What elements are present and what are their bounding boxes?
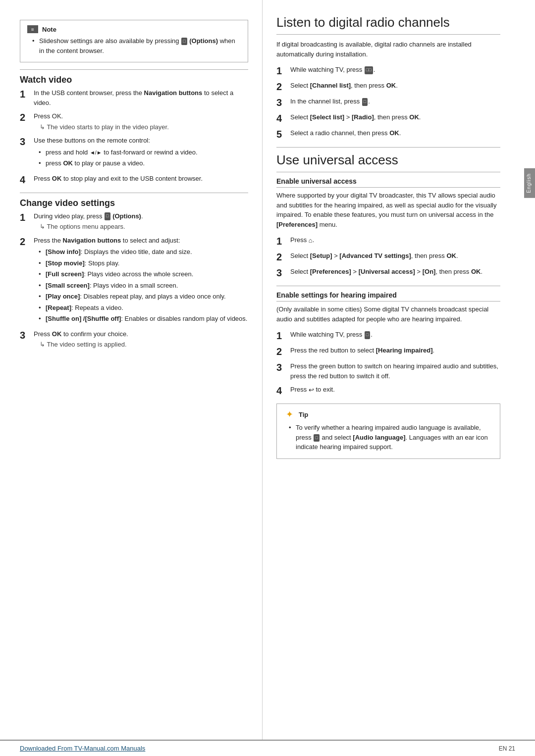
ua-step-1: 1 Press ⌂.: [276, 235, 500, 247]
hearing-step-2: 2 Press the red button to select [Hearin…: [276, 346, 500, 357]
hearing-step-1: 1 While watching TV, press □.: [276, 330, 500, 342]
tv-icon-1: □□: [365, 66, 373, 74]
change-step-1-content: During video play, press □ (Options). Th…: [34, 211, 248, 232]
radio-step-1-content: While watching TV, press □□.: [290, 65, 500, 75]
change-step-3-content: Press OK to confirm your choice. The vid…: [34, 329, 248, 350]
step-num-4: 4: [20, 174, 34, 186]
divider-watch: [20, 69, 248, 70]
change-step-num-3: 3: [20, 329, 34, 341]
right-column: Listen to digital radio channels If digi…: [263, 0, 520, 756]
divider-universal-2: [276, 172, 500, 172]
watch-step-1: 1 In the USB content browser, press the …: [20, 88, 248, 107]
change-step-num-2: 2: [20, 236, 34, 248]
radio-step-2: 2 Select [Channel list], then press OK.: [276, 81, 500, 93]
left-column: ≡ Note Slideshow settings are also avail…: [0, 0, 263, 756]
change-step-3-arrow: The video setting is applied.: [34, 340, 248, 350]
tip-list: To verify whether a hearing impaired aud…: [284, 423, 493, 452]
tip-icon: ✦: [284, 409, 295, 420]
bullet-smallscreen: [Small screen]: Plays video in a small s…: [39, 281, 248, 291]
change-video-title: Change video settings: [20, 198, 248, 208]
radio-step-5: 5 Select a radio channel, then press OK.: [276, 128, 500, 140]
step-num-3: 3: [20, 136, 34, 148]
watch-step-4: 4 Press OK to stop play and exit to the …: [20, 174, 248, 186]
digital-radio-title: Listen to digital radio channels: [276, 15, 500, 30]
tip-header: ✦ Tip: [284, 409, 493, 420]
hearing-step-4: 4 Press ↩ to exit.: [276, 385, 500, 397]
step-4-content: Press OK to stop play and exit to the US…: [34, 174, 248, 184]
note-list: Slideshow settings are also available by…: [27, 36, 241, 55]
bullet-presshold: press and hold ◄/► to fast-forward or re…: [39, 148, 248, 157]
ua-step-num-1: 1: [276, 235, 290, 247]
ua-step-3: 3 Select [Preferences] > [Universal acce…: [276, 267, 500, 279]
change-step-2-content: Press the Navigation buttons to select a…: [34, 236, 248, 325]
radio-step-num-3: 3: [276, 97, 290, 108]
hearing-step-1-content: While watching TV, press □.: [290, 330, 500, 340]
note-list-item: Slideshow settings are also available by…: [32, 36, 241, 55]
radio-step-num-2: 2: [276, 81, 290, 93]
radio-step-num-1: 1: [276, 65, 290, 77]
watch-step-2: 2 Press OK. The video starts to play in …: [20, 111, 248, 132]
note-title: Note: [42, 26, 56, 33]
hearing-step-2-content: Press the red button to select [Hearing …: [290, 346, 500, 355]
radio-step-4-content: Select [Select list] > [Radio], then pre…: [290, 112, 500, 122]
note-icon: ≡: [27, 25, 38, 33]
radio-step-2-content: Select [Channel list], then press OK.: [290, 81, 500, 91]
footer-link[interactable]: Downloaded From TV-Manual.com Manuals: [20, 745, 145, 752]
options-icon-2: □: [105, 212, 110, 220]
options-icon-4: □: [365, 331, 370, 339]
step-3-content: Use these buttons on the remote control:…: [34, 136, 248, 170]
hearing-step-4-content: Press ↩ to exit.: [290, 385, 500, 395]
change-step-2-bullets: [Show info]: Displays the video title, d…: [34, 247, 248, 324]
tip-title: Tip: [299, 411, 308, 418]
bullet-showinfo: [Show info]: Displays the video title, d…: [39, 247, 248, 257]
step-num-2: 2: [20, 111, 34, 123]
enable-universal-title: Enable universal access: [276, 177, 500, 188]
radio-step-num-5: 5: [276, 128, 290, 140]
side-tab: English: [524, 168, 535, 198]
radio-step-1: 1 While watching TV, press □□.: [276, 65, 500, 77]
ua-step-1-content: Press ⌂.: [290, 235, 500, 245]
ua-step-num-3: 3: [276, 267, 290, 279]
step-1-content: In the USB content browser, press the Na…: [34, 88, 248, 107]
digital-radio-intro: If digital broadcasting is available, di…: [276, 40, 500, 59]
home-icon: ⌂: [309, 236, 313, 246]
radio-step-4: 4 Select [Select list] > [Radio], then p…: [276, 112, 500, 124]
hearing-step-num-1: 1: [276, 330, 290, 342]
divider-change: [20, 193, 248, 193]
ua-step-3-content: Select [Preferences] > [Universal access…: [290, 267, 500, 277]
radio-step-3-content: In the channel list, press □.: [290, 97, 500, 106]
bullet-fullscreen: [Full screen]: Plays video across the wh…: [39, 269, 248, 279]
tip-box: ✦ Tip To verify whether a hearing impair…: [276, 403, 500, 459]
radio-step-5-content: Select a radio channel, then press OK.: [290, 128, 500, 138]
watch-video-title: Watch video: [20, 75, 248, 85]
ua-step-2: 2 Select [Setup] > [Advanced TV settings…: [276, 251, 500, 263]
step-2-content: Press OK. The video starts to play in th…: [34, 111, 248, 132]
step-num-1: 1: [20, 88, 34, 100]
note-box: ≡ Note Slideshow settings are also avail…: [20, 20, 248, 62]
hearing-title: Enable settings for hearing impaired: [276, 291, 500, 302]
bullet-ok: press OK to play or pause a video.: [39, 158, 248, 168]
options-icon-5: □: [314, 434, 319, 442]
divider-universal: [276, 147, 500, 148]
note-header: ≡ Note: [27, 25, 241, 33]
change-step-1: 1 During video play, press □ (Options). …: [20, 211, 248, 232]
bullet-shuffle: [Shuffle on] /[Shuffle off]: Enables or …: [39, 314, 248, 324]
ua-step-num-2: 2: [276, 251, 290, 263]
bullet-playonce: [Play once]: Disables repeat play, and p…: [39, 292, 248, 302]
watch-step-3: 3 Use these buttons on the remote contro…: [20, 136, 248, 170]
radio-step-3: 3 In the channel list, press □.: [276, 97, 500, 108]
ua-step-2-content: Select [Setup] > [Advanced TV settings],…: [290, 251, 500, 261]
enable-universal-intro: Where supported by your digital TV broad…: [276, 191, 500, 229]
divider-hearing: [276, 286, 500, 286]
options-icon-3: □: [362, 98, 368, 106]
back-icon: ↩: [309, 385, 314, 395]
hearing-step-3-content: Press the green button to switch on hear…: [290, 361, 500, 381]
watch-step-3-bullets: press and hold ◄/► to fast-forward or re…: [34, 148, 248, 168]
change-step-1-arrow: The options menu appears.: [34, 222, 248, 232]
footer: Downloaded From TV-Manual.com Manuals EN…: [0, 740, 535, 756]
hearing-step-num-4: 4: [276, 385, 290, 397]
hearing-intro: (Only available in some cities) Some dig…: [276, 304, 500, 324]
change-step-num-1: 1: [20, 211, 34, 223]
divider-radio-top: [276, 34, 500, 35]
hearing-step-num-2: 2: [276, 346, 290, 357]
